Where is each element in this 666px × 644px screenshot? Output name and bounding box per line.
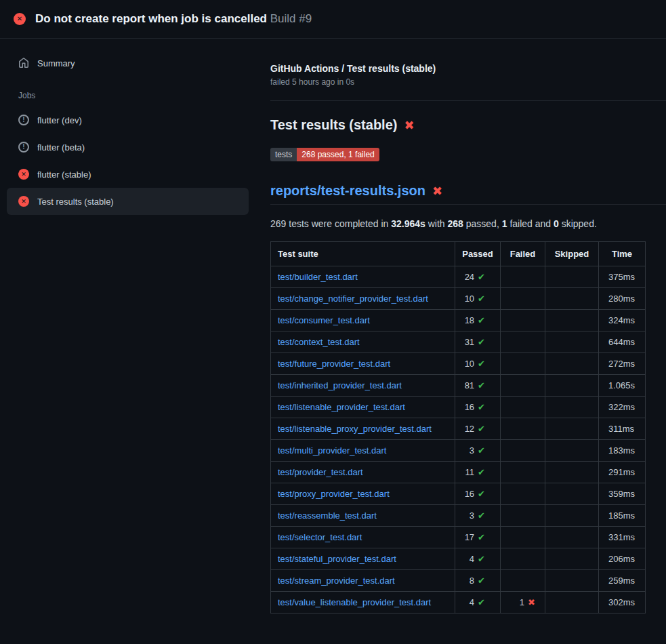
failed-cell — [501, 548, 545, 570]
build-title-text: Do not create report when job is cancell… — [35, 12, 267, 25]
check-icon: ✔ — [478, 489, 485, 499]
test-suite-link[interactable]: test/proxy_provider_test.dart — [278, 489, 390, 499]
table-row: test/change_notifier_provider_test.dart … — [271, 288, 646, 310]
test-suite-link[interactable]: test/listenable_proxy_provider_test.dart — [278, 424, 432, 434]
check-icon: ✔ — [478, 294, 485, 304]
passed-count: 31 — [465, 337, 474, 347]
failed-cell: 1✖ — [501, 592, 545, 613]
summary-skipped-count: 0 — [554, 218, 559, 229]
sidebar-job-item[interactable]: ✕ flutter (stable) — [7, 161, 249, 188]
skipped-cell — [545, 288, 599, 310]
table-row: test/builder_test.dart 24✔ 375ms — [271, 266, 646, 288]
passed-count: 4 — [470, 554, 474, 564]
sidebar-item-summary[interactable]: Summary — [7, 49, 249, 77]
passed-cell: 31✔ — [455, 331, 501, 353]
time-cell: 291ms — [599, 462, 646, 483]
skipped-cell — [545, 375, 599, 397]
breadcrumb: GitHub Actions / Test results (stable) — [270, 63, 666, 74]
passed-cell: 3✔ — [455, 440, 501, 462]
passed-cell: 16✔ — [455, 483, 501, 505]
test-suite-link[interactable]: test/inherited_provider_test.dart — [278, 380, 402, 390]
skipped-cell — [545, 527, 599, 548]
failed-cell — [501, 505, 545, 527]
skipped-cell — [545, 266, 599, 288]
x-circle-icon: ✕ — [14, 13, 26, 25]
test-suite-link[interactable]: test/listenable_provider_test.dart — [278, 402, 405, 412]
table-row: test/inherited_provider_test.dart 81✔ 1.… — [271, 375, 646, 397]
passed-count: 4 — [470, 597, 474, 607]
test-suite-link[interactable]: test/change_notifier_provider_test.dart — [278, 294, 428, 304]
report-file-link[interactable]: reports/test-results.json — [270, 183, 425, 199]
passed-count: 11 — [465, 467, 475, 477]
failed-cell — [501, 418, 545, 440]
build-number: Build #9 — [270, 12, 312, 25]
test-suite-link[interactable]: test/context_test.dart — [278, 337, 360, 347]
passed-count: 16 — [465, 402, 474, 412]
test-suite-link[interactable]: test/value_listenable_provider_test.dart — [278, 597, 431, 607]
fail-x-icon: ✖ — [404, 119, 414, 132]
failed-cell — [501, 375, 545, 397]
status-line: failed 5 hours ago in 0s — [270, 77, 666, 87]
table-row: test/listenable_provider_test.dart 16✔ 3… — [271, 397, 646, 418]
failed-cell — [501, 331, 545, 353]
jobs-section-heading: Jobs — [7, 77, 249, 106]
skipped-cell — [545, 353, 599, 375]
failed-cell — [501, 462, 545, 483]
time-cell: 375ms — [599, 266, 646, 288]
results-table-body: test/builder_test.dart 24✔ 375ms test/ch… — [271, 266, 646, 613]
passed-count: 16 — [465, 489, 474, 499]
section-title-text: Test results (stable) — [270, 117, 397, 133]
passed-cell: 17✔ — [455, 527, 501, 548]
check-icon: ✔ — [478, 510, 485, 521]
passed-cell: 81✔ — [455, 375, 501, 397]
check-icon: ✔ — [478, 359, 485, 369]
sidebar-job-item[interactable]: ! flutter (beta) — [7, 134, 249, 161]
passed-cell: 4✔ — [455, 548, 501, 570]
test-suite-link[interactable]: test/builder_test.dart — [278, 272, 358, 282]
column-header-time: Time — [599, 242, 646, 266]
skipped-cell — [545, 418, 599, 440]
table-row: test/stream_provider_test.dart 8✔ 259ms — [271, 570, 646, 592]
jobs-list: ! flutter (dev) ! flutter (beta) ✕ flutt… — [7, 106, 249, 215]
check-icon: ✔ — [478, 532, 485, 542]
x-icon: ✖ — [528, 597, 535, 607]
test-suite-link[interactable]: test/stateful_provider_test.dart — [278, 554, 396, 564]
x-circle-icon: ✕ — [18, 196, 29, 207]
check-icon: ✔ — [478, 272, 485, 282]
sidebar-job-item[interactable]: ✕ Test results (stable) — [7, 188, 249, 215]
check-icon: ✔ — [478, 424, 485, 434]
skipped-cell — [545, 440, 599, 462]
time-cell: 280ms — [599, 288, 646, 310]
test-suite-link[interactable]: test/stream_provider_test.dart — [278, 576, 395, 586]
skipped-cell — [545, 548, 599, 570]
failed-cell — [501, 397, 545, 418]
passed-count: 17 — [465, 532, 474, 542]
sidebar-job-item[interactable]: ! flutter (dev) — [7, 106, 249, 134]
job-label: flutter (beta) — [37, 142, 85, 153]
fail-x-icon: ✖ — [432, 185, 442, 197]
failed-cell — [501, 266, 545, 288]
passed-cell: 11✔ — [455, 462, 501, 483]
time-cell: 259ms — [599, 570, 646, 592]
time-cell: 322ms — [599, 397, 646, 418]
time-cell: 331ms — [599, 527, 646, 548]
passed-count: 10 — [465, 359, 474, 369]
failed-count: 1 — [520, 597, 524, 607]
passed-cell: 16✔ — [455, 397, 501, 418]
check-icon: ✔ — [478, 380, 485, 390]
test-suite-link[interactable]: test/provider_test.dart — [278, 467, 363, 477]
passed-cell: 10✔ — [455, 353, 501, 375]
job-label: Test results (stable) — [37, 197, 114, 207]
test-suite-link[interactable]: test/consumer_test.dart — [278, 315, 370, 325]
test-suite-link[interactable]: test/selector_test.dart — [278, 532, 362, 542]
job-label: flutter (dev) — [37, 115, 82, 125]
column-header-failed: Failed — [501, 242, 545, 266]
check-icon: ✔ — [478, 337, 485, 347]
test-suite-link[interactable]: test/future_provider_test.dart — [278, 359, 390, 369]
passed-count: 12 — [465, 424, 474, 434]
time-cell: 359ms — [599, 483, 646, 505]
time-cell: 644ms — [599, 331, 646, 353]
test-suite-link[interactable]: test/multi_provider_test.dart — [278, 445, 386, 456]
skipped-cell — [545, 331, 599, 353]
test-suite-link[interactable]: test/reassemble_test.dart — [278, 510, 377, 521]
